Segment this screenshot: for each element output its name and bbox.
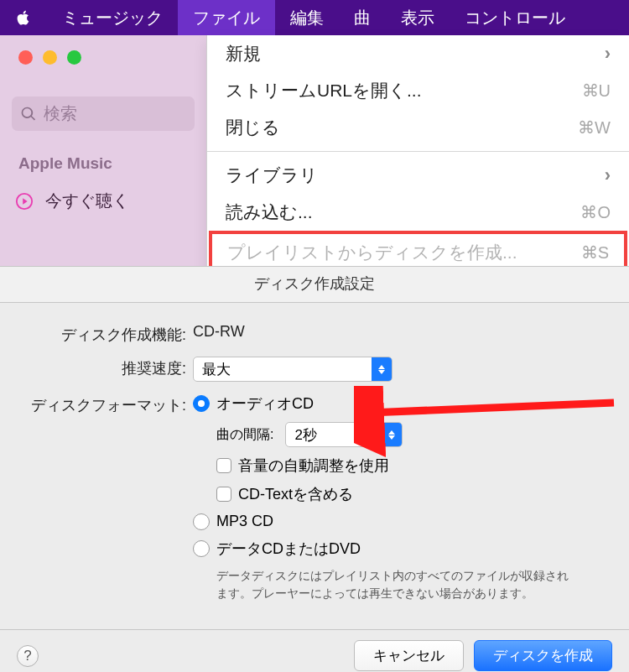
menu-song[interactable]: 曲 [339,0,386,37]
menu-item-library[interactable]: ライブラリ › [207,157,629,194]
burn-settings-dialog: ディスク作成設定 ディスク作成機能: CD-RW 推奨速度: 最大 ディスクフォ… [0,266,629,672]
audio-cd-suboptions: 曲の間隔: 2秒 音量の自動調整を使用 CD-Textを含める [216,422,577,504]
menu-item-label: 新規 [226,42,261,65]
radio-icon [193,540,210,557]
gap-label: 曲の間隔: [216,426,273,444]
menu-bar: ミュージック ファイル 編集 曲 表示 コントロール [0,0,629,35]
row-speed: 推奨速度: 最大 [23,357,606,382]
shortcut: ⌘U [582,81,611,101]
checkbox-sound-check[interactable]: 音量の自動調整を使用 [216,456,577,476]
upper-area: 検索 Apple Music 今すぐ聴く 新規 › ストリームURLを開く...… [0,35,629,266]
dialog-footer: ? キャンセル ディスクを作成 [0,629,629,672]
sidebar-section-label: Apple Music [18,154,188,173]
radio-icon [193,395,210,412]
speed-label: 推奨速度: [23,357,193,378]
menu-item-label: ストリームURLを開く... [226,79,422,102]
apple-menu[interactable] [0,8,47,27]
create-disc-button[interactable]: ディスクを作成 [474,640,612,671]
select-value: 最大 [202,360,231,379]
select-value: 2秒 [294,425,316,445]
menu-item-label: ライブラリ [226,164,318,187]
radio-audio-cd[interactable]: オーディオCD [193,393,577,414]
checkbox-icon [216,458,231,473]
menu-item-close[interactable]: 閉じる ⌘W [207,109,629,146]
row-gap: 曲の間隔: 2秒 [216,422,577,447]
row-device: ディスク作成機能: CD-RW [23,323,606,345]
menu-item-label: 閉じる [226,116,280,139]
radio-data-cd[interactable]: データCDまたはDVD [193,539,577,559]
format-label: ディスクフォーマット: [23,393,193,415]
sidebar-item-listen-now[interactable]: 今すぐ聴く [15,190,191,212]
sidebar-item-label: 今すぐ聴く [45,190,129,212]
play-circle-icon [15,192,34,211]
menu-item-new[interactable]: 新規 › [207,35,629,72]
checkbox-cd-text[interactable]: CD-Textを含める [216,484,577,504]
window-controls [0,35,206,65]
format-options: オーディオCD 曲の間隔: 2秒 音量の自動調整を使用 [193,393,577,602]
close-window-button[interactable] [18,50,33,65]
menu-item-import[interactable]: 読み込む... ⌘O [207,194,629,231]
data-cd-hint: データディスクにはプレイリスト内のすべてのファイルが収録されます。プレーヤーによ… [216,567,577,602]
menu-separator [207,151,629,152]
search-input[interactable]: 検索 [12,96,195,131]
device-value: CD-RW [193,323,245,341]
menu-item-open-stream[interactable]: ストリームURLを開く... ⌘U [207,72,629,109]
select-arrows-icon [372,357,392,381]
checkbox-label: 音量の自動調整を使用 [238,456,389,476]
cancel-button[interactable]: キャンセル [354,640,464,671]
minimize-window-button[interactable] [43,50,57,65]
menu-app-name[interactable]: ミュージック [47,0,178,37]
shortcut: ⌘W [578,117,611,138]
menu-file[interactable]: ファイル [178,0,275,37]
help-button[interactable]: ? [17,645,39,667]
checkbox-label: CD-Textを含める [238,484,353,504]
radio-mp3-cd[interactable]: MP3 CD [193,513,577,530]
menu-edit[interactable]: 編集 [275,0,339,37]
menu-item-label: 読み込む... [226,201,313,224]
shortcut: ⌘S [581,242,609,263]
radio-label: オーディオCD [216,393,314,414]
dialog-form: ディスク作成機能: CD-RW 推奨速度: 最大 ディスクフォーマット: オーデ… [0,303,629,619]
menu-item-label: プレイリストからディスクを作成... [227,241,517,264]
shortcut: ⌘O [580,202,611,222]
radio-icon [193,513,210,530]
radio-label: データCDまたはDVD [216,539,361,559]
menu-view[interactable]: 表示 [386,0,450,37]
dialog-title: ディスク作成設定 [0,267,629,303]
row-format: ディスクフォーマット: オーディオCD 曲の間隔: 2秒 [23,393,606,602]
speed-select[interactable]: 最大 [193,357,392,382]
zoom-window-button[interactable] [67,50,81,65]
radio-label: MP3 CD [216,513,273,530]
search-icon [20,106,37,122]
chevron-right-icon: › [605,164,611,186]
file-menu-dropdown: 新規 › ストリームURLを開く... ⌘U 閉じる ⌘W ライブラリ › 読み… [206,35,629,275]
chevron-right-icon: › [605,43,611,65]
sidebar: 検索 Apple Music 今すぐ聴く [0,35,206,266]
device-label: ディスク作成機能: [23,323,193,345]
gap-select[interactable]: 2秒 [285,422,403,447]
select-arrows-icon [382,423,402,446]
apple-icon [14,8,33,27]
checkbox-icon [216,487,231,502]
menu-control[interactable]: コントロール [450,0,580,37]
search-placeholder: 検索 [44,102,77,125]
